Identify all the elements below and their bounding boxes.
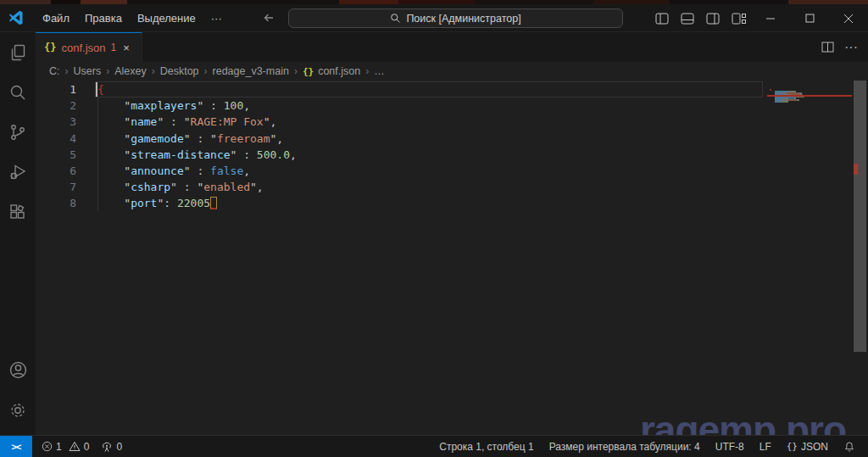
code-line-8[interactable]: "port": 22005 <box>97 195 297 211</box>
code-lines: { "maxplayers" : 100, "name" : "RAGE:MP … <box>97 81 297 212</box>
vscode-logo-icon <box>8 9 25 26</box>
run-debug-icon[interactable] <box>0 152 36 192</box>
line-number: 2 <box>36 98 76 114</box>
status-bar: >< 1 0 0 Строка 1, столбец 1 Размер инте… <box>0 435 868 457</box>
line-number: 3 <box>36 114 76 130</box>
minimap-error-line <box>767 95 852 97</box>
breadcrumb-separator: › <box>364 65 370 77</box>
search-sidebar-icon[interactable] <box>0 72 36 112</box>
explorer-icon[interactable] <box>0 32 36 72</box>
braces-icon: {} <box>787 441 798 452</box>
line-number: 1 <box>36 81 76 98</box>
breadcrumb-item[interactable]: Alexey <box>114 65 147 77</box>
maximize-button[interactable] <box>790 4 829 32</box>
line-number: 6 <box>36 163 76 179</box>
breadcrumb-item[interactable]: Desktop <box>160 65 199 77</box>
eol-status[interactable]: LF <box>752 441 779 453</box>
menu-more[interactable]: ··· <box>203 4 230 31</box>
menu-file[interactable]: Файл <box>35 4 77 31</box>
titlebar: Файл Правка Выделение ··· Поиск [Админис… <box>0 4 868 32</box>
breadcrumb-separator: › <box>64 65 70 77</box>
overview-ruler-error-mark <box>854 164 858 175</box>
code-line-2[interactable]: "maxplayers" : 100, <box>97 98 297 114</box>
breadcrumb: C:› Users› Alexey› Desktop› redage_v3-ma… <box>36 62 868 81</box>
code-line-1[interactable]: { <box>97 81 297 98</box>
tab-label: conf.json <box>61 42 105 54</box>
language-mode-status[interactable]: {} JSON <box>779 441 836 453</box>
source-control-icon[interactable] <box>0 112 36 152</box>
tab-close-icon[interactable]: × <box>123 42 130 54</box>
breadcrumb-item[interactable]: C: <box>49 65 60 77</box>
breadcrumb-item[interactable]: redage_v3-main <box>213 65 289 77</box>
code-editor[interactable]: 12345678 { "maxplayers" : 100, "name" : … <box>36 81 868 435</box>
json-file-icon: {} <box>303 66 314 77</box>
vertical-scrollbar[interactable] <box>852 81 868 435</box>
editor-more-actions-icon[interactable]: ··· <box>844 40 858 55</box>
bell-icon <box>843 441 855 453</box>
breadcrumb-separator: › <box>150 65 157 77</box>
watermark: ragemp.pro <box>640 422 846 435</box>
code-line-5[interactable]: "stream-distance" : 500.0, <box>97 147 297 163</box>
toggle-sidebar-icon[interactable] <box>649 4 675 32</box>
toggle-panel-icon[interactable] <box>675 4 700 32</box>
cursor-position-status[interactable]: Строка 1, столбец 1 <box>431 441 541 453</box>
code-line-4[interactable]: "gamemode" : "freeroam", <box>97 131 297 147</box>
line-number: 8 <box>36 195 76 211</box>
menu-selection[interactable]: Выделение <box>130 4 203 31</box>
indentation-status[interactable]: Размер интервала табуляции: 4 <box>542 441 708 453</box>
line-number: 5 <box>36 147 76 163</box>
breadcrumb-separator: › <box>203 65 209 77</box>
breadcrumb-separator: › <box>292 65 299 77</box>
radio-tower-icon <box>101 441 113 453</box>
accounts-icon[interactable] <box>0 350 36 390</box>
warning-icon <box>69 441 81 452</box>
settings-gear-icon[interactable] <box>0 390 36 430</box>
code-line-7[interactable]: "csharp" : "enabled", <box>97 179 297 195</box>
breadcrumb-separator: › <box>104 65 111 77</box>
command-center-search[interactable]: Поиск [Администратор] <box>288 8 623 28</box>
toggle-secondary-sidebar-icon[interactable] <box>700 4 726 32</box>
notifications-status[interactable] <box>836 441 863 453</box>
scrollbar-slider[interactable] <box>854 81 866 352</box>
close-button[interactable] <box>829 4 868 32</box>
breadcrumb-file[interactable]: {} conf.json <box>303 65 360 77</box>
line-number: 7 <box>36 179 76 195</box>
bracket-match-box <box>210 197 217 209</box>
code-line-3[interactable]: "name" : "RAGE:MP Fox", <box>97 114 297 130</box>
problems-status[interactable]: 1 0 <box>36 436 95 457</box>
gutter: 12345678 <box>36 81 76 212</box>
breadcrumb-trail[interactable]: … <box>374 65 385 77</box>
search-icon <box>390 13 401 24</box>
line-number: 4 <box>36 131 76 147</box>
tab-conf-json[interactable]: {} conf.json 1 × <box>36 32 142 62</box>
error-icon <box>42 441 53 452</box>
minimize-button[interactable] <box>751 4 790 32</box>
remote-indicator[interactable]: >< <box>0 436 32 457</box>
json-file-icon: {} <box>44 42 56 53</box>
breadcrumb-item[interactable]: Users <box>74 65 102 77</box>
tab-bar: {} conf.json 1 × ··· <box>36 32 868 62</box>
encoding-status[interactable]: UTF-8 <box>708 441 752 453</box>
search-placeholder: Поиск [Администратор] <box>406 13 520 25</box>
ports-status[interactable]: 0 <box>95 436 128 457</box>
menu-edit[interactable]: Правка <box>77 4 130 31</box>
split-editor-icon[interactable] <box>821 42 834 53</box>
tab-problem-badge: 1 <box>111 42 117 53</box>
extensions-icon[interactable] <box>0 192 36 231</box>
customize-layout-icon[interactable] <box>726 4 751 32</box>
back-arrow-icon[interactable] <box>262 11 275 25</box>
code-line-6[interactable]: "announce" : false, <box>97 163 297 179</box>
minimap[interactable] <box>767 81 852 435</box>
activity-bar <box>0 32 36 435</box>
